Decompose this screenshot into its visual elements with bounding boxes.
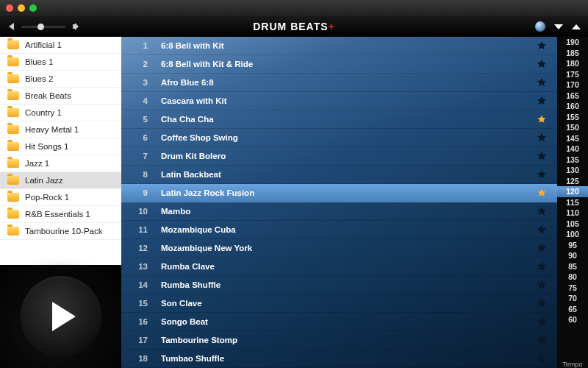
favorite-star-icon[interactable] <box>537 261 547 272</box>
folder-item[interactable]: Artificial 1 <box>0 37 121 54</box>
folder-item[interactable]: Tambourine 10-Pack <box>0 223 121 240</box>
favorite-star-icon[interactable] <box>537 206 547 216</box>
folder-item[interactable]: Blues 1 <box>0 54 121 71</box>
track-row[interactable]: 13Rumba Clave <box>121 258 557 276</box>
favorite-star-icon[interactable] <box>537 114 547 124</box>
tempo-item[interactable]: 155 <box>557 112 588 123</box>
tempo-item[interactable]: 70 <box>557 293 588 304</box>
play-icon <box>52 302 76 331</box>
track-number: 12 <box>132 244 148 252</box>
track-row[interactable]: 17Tambourine Stomp <box>121 331 557 350</box>
track-row[interactable]: 4Cascara with Kit <box>121 92 557 110</box>
tempo-item[interactable]: 100 <box>557 229 588 240</box>
favorite-star-icon[interactable] <box>537 224 547 235</box>
folder-item[interactable]: Blues 2 <box>0 71 121 88</box>
tempo-item[interactable]: 180 <box>557 58 588 69</box>
folder-icon <box>7 91 19 100</box>
favorite-star-icon[interactable] <box>537 169 547 180</box>
track-row[interactable]: 10Mambo <box>121 202 557 221</box>
tempo-item[interactable]: 190 <box>557 37 588 48</box>
favorite-star-icon[interactable] <box>537 298 547 308</box>
tempo-item[interactable]: 115 <box>557 197 588 208</box>
menu-up-button[interactable] <box>572 24 581 29</box>
globe-icon[interactable] <box>535 21 545 32</box>
favorite-star-icon[interactable] <box>537 59 547 69</box>
track-number: 10 <box>132 207 148 216</box>
favorite-star-icon[interactable] <box>537 132 547 143</box>
tempo-item[interactable]: 60 <box>557 314 588 325</box>
favorite-star-icon[interactable] <box>537 96 547 106</box>
folder-item[interactable]: Hit Songs 1 <box>0 138 121 155</box>
track-row[interactable]: 18Tumbao Shuffle <box>121 350 557 368</box>
tempo-item[interactable]: 85 <box>557 261 588 272</box>
tempo-item[interactable]: 80 <box>557 272 588 283</box>
tempo-item[interactable]: 160 <box>557 101 588 112</box>
folder-item[interactable]: Country 1 <box>0 105 121 121</box>
tempo-item[interactable]: 105 <box>557 219 588 230</box>
tempo-item[interactable]: 90 <box>557 250 588 261</box>
track-row[interactable]: 5Cha Cha Cha <box>121 110 557 129</box>
tempo-item[interactable]: 110 <box>557 208 588 219</box>
track-row[interactable]: 11Mozambique Cuba <box>121 221 557 239</box>
favorite-star-icon[interactable] <box>537 243 547 253</box>
track-row[interactable]: 3Afro Blue 6:8 <box>121 74 557 92</box>
folder-item[interactable]: Latin Jazz <box>0 172 121 189</box>
tempo-item[interactable]: 65 <box>557 304 588 315</box>
track-row[interactable]: 16Songo Beat <box>121 313 557 331</box>
tempo-item[interactable]: 145 <box>557 133 588 144</box>
tempo-item[interactable]: 170 <box>557 79 588 91</box>
favorite-star-icon[interactable] <box>537 335 547 345</box>
tempo-item[interactable]: 75 <box>557 283 588 294</box>
track-row[interactable]: 26:8 Bell with Kit & Ride <box>121 55 557 74</box>
track-row[interactable]: 8Latin Backbeat <box>121 166 557 184</box>
back-button[interactable] <box>9 23 14 30</box>
favorite-star-icon[interactable] <box>537 40 547 51</box>
track-name: Tambourine Stomp <box>161 336 537 344</box>
favorite-star-icon[interactable] <box>537 280 547 290</box>
track-row[interactable]: 12Mozambique New York <box>121 239 557 258</box>
tempo-item[interactable]: 125 <box>557 176 588 187</box>
tempo-item[interactable]: 150 <box>557 122 588 133</box>
tempo-item[interactable]: 140 <box>557 144 588 155</box>
folder-icon <box>7 210 19 219</box>
folder-item[interactable]: Jazz 1 <box>0 155 121 172</box>
tempo-item[interactable]: 130 <box>557 165 588 176</box>
tempo-panel: 1901851801751701651601551501451401351301… <box>557 37 588 368</box>
window-zoom-button[interactable] <box>29 4 37 12</box>
window-minimize-button[interactable] <box>18 4 25 12</box>
folder-item[interactable]: Heavy Metal 1 <box>0 121 121 138</box>
volume-slider[interactable] <box>21 26 65 28</box>
folder-icon <box>7 227 19 236</box>
menu-down-button[interactable] <box>554 24 563 29</box>
folder-item[interactable]: Break Beats <box>0 88 121 105</box>
track-number: 4 <box>132 96 148 105</box>
favorite-star-icon[interactable] <box>537 77 547 88</box>
tempo-item[interactable]: 120 <box>557 186 588 197</box>
play-button[interactable] <box>21 276 101 357</box>
folder-item[interactable]: Pop-Rock 1 <box>0 189 121 206</box>
favorite-star-icon[interactable] <box>537 316 547 327</box>
track-row[interactable]: 9Latin Jazz Rock Fusion <box>121 184 557 202</box>
tempo-list[interactable]: 1901851801751701651601551501451401351301… <box>557 37 588 356</box>
track-row[interactable]: 16:8 Bell with Kit <box>121 37 557 55</box>
track-row[interactable]: 14Rumba Shuffle <box>121 276 557 294</box>
window-close-button[interactable] <box>6 4 13 12</box>
folder-list[interactable]: Artificial 1Blues 1Blues 2Break BeatsCou… <box>0 37 121 265</box>
folder-label: Hit Songs 1 <box>25 142 68 151</box>
tempo-item[interactable]: 135 <box>557 155 588 166</box>
tempo-item[interactable]: 95 <box>557 240 588 251</box>
track-name: 6:8 Bell with Kit <box>161 41 537 50</box>
track-row[interactable]: 15Son Clave <box>121 294 557 313</box>
tempo-item[interactable]: 165 <box>557 91 588 102</box>
track-number: 17 <box>132 336 148 344</box>
favorite-star-icon[interactable] <box>537 188 547 198</box>
track-list[interactable]: 16:8 Bell with Kit26:8 Bell with Kit & R… <box>121 37 557 368</box>
track-name: Rumba Clave <box>161 262 537 271</box>
track-row[interactable]: 6Coffee Shop Swing <box>121 129 557 147</box>
tempo-item[interactable]: 185 <box>557 48 588 59</box>
favorite-star-icon[interactable] <box>537 353 547 364</box>
folder-item[interactable]: R&B Essentials 1 <box>0 206 121 223</box>
tempo-item[interactable]: 175 <box>557 69 588 80</box>
favorite-star-icon[interactable] <box>537 151 547 161</box>
track-row[interactable]: 7Drum Kit Bolero <box>121 147 557 166</box>
